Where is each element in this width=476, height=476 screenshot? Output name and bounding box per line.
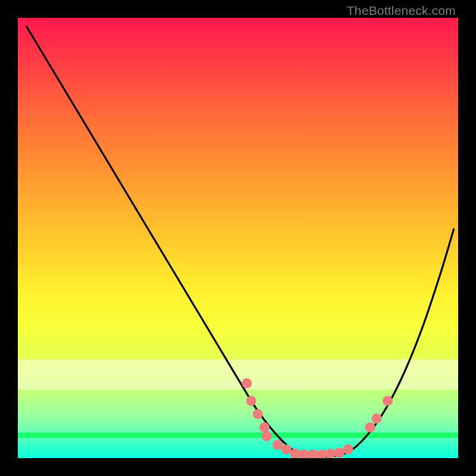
data-dot [372,414,382,424]
data-dot [262,431,272,441]
data-dot [246,396,256,406]
data-dot [383,396,393,406]
data-dot [273,440,283,450]
data-dot [325,449,336,458]
curve-layer [18,18,458,458]
chart-frame: TheBottleneck.com [0,0,476,476]
watermark-text: TheBottleneck.com [347,4,456,18]
data-dot [242,378,252,389]
data-dot [317,450,327,458]
data-dot [281,444,292,455]
data-dot [253,409,263,419]
data-dot [299,450,309,458]
data-dot [334,448,345,458]
data-dots [242,378,393,458]
data-dot [308,450,318,458]
data-dot [343,444,353,455]
bottleneck-curve [27,27,454,457]
data-dot [259,422,270,433]
data-dot [365,422,375,433]
plot-area [18,18,458,458]
